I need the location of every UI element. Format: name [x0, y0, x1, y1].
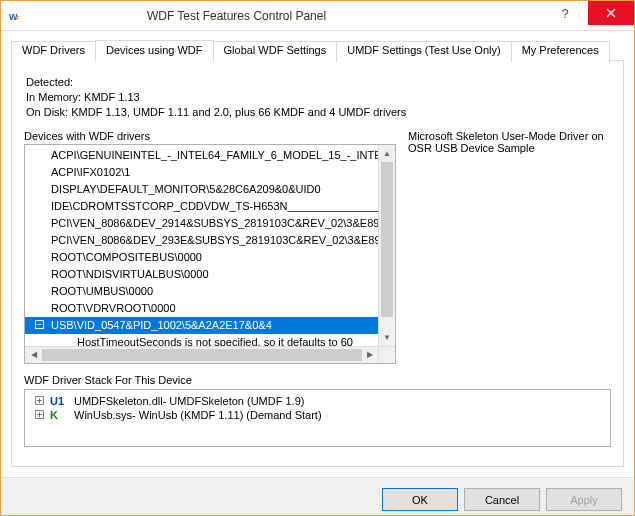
vertical-scrollbar[interactable]: ▲ ▼: [378, 145, 395, 346]
detected-heading: Detected:: [26, 75, 611, 90]
collapse-icon[interactable]: −: [35, 320, 44, 329]
list-item[interactable]: IDE\CDROMTSSTCORP_CDDVDW_TS-H653N_______…: [25, 198, 378, 215]
tab-strip: WDF Drivers Devices using WDF Global WDF…: [11, 39, 624, 61]
expand-icon[interactable]: +: [35, 410, 44, 419]
detected-block: Detected: In Memory: KMDF 1.13 On Disk: …: [26, 75, 611, 120]
wdf-logo-icon: WF: [9, 8, 25, 24]
stack-row[interactable]: + K WinUsb.sys- WinUsb (KMDF 1.11) (Dema…: [31, 408, 604, 422]
tab-umdf-settings[interactable]: UMDF Settings (Test Use Only): [336, 41, 511, 62]
scroll-up-icon[interactable]: ▲: [379, 145, 395, 162]
list-item[interactable]: ROOT\UMBUS\0000: [25, 283, 378, 300]
stack-row[interactable]: + U1 UMDFSkeleton.dll- UMDFSkeleton (UMD…: [31, 394, 604, 408]
list-item[interactable]: ROOT\VDRVROOT\0000: [25, 300, 378, 317]
ok-button[interactable]: OK: [382, 488, 458, 511]
apply-button: Apply: [546, 488, 622, 511]
expand-icon[interactable]: +: [35, 396, 44, 405]
list-item[interactable]: DISPLAY\DEFAULT_MONITOR\5&28C6A209&0&UID…: [25, 181, 378, 198]
scroll-down-icon[interactable]: ▼: [379, 329, 395, 346]
scroll-sizer: [378, 346, 395, 363]
help-button[interactable]: ?: [542, 1, 588, 25]
list-item[interactable]: ACPI\GENUINEINTEL_-_INTEL64_FAMILY_6_MOD…: [25, 147, 378, 164]
cancel-button[interactable]: Cancel: [464, 488, 540, 511]
svg-text:F: F: [16, 15, 20, 21]
list-item[interactable]: PCI\VEN_8086&DEV_2914&SUBSYS_2819103C&RE…: [25, 215, 378, 232]
tab-wdf-drivers[interactable]: WDF Drivers: [11, 41, 96, 62]
scroll-right-icon[interactable]: ▶: [361, 347, 378, 363]
stack-text: UMDFSkeleton.dll- UMDFSkeleton (UMDF 1.9…: [74, 395, 304, 407]
device-description: Microsoft Skeleton User-Mode Driver on O…: [408, 130, 611, 364]
scroll-left-icon[interactable]: ◀: [25, 347, 42, 363]
list-item-selected[interactable]: − USB\VID_0547&PID_1002\5&A2A2E17&0&4: [25, 317, 378, 334]
selected-device-text: USB\VID_0547&PID_1002\5&A2A2E17&0&4: [51, 319, 272, 331]
tab-devices-using-wdf[interactable]: Devices using WDF: [95, 40, 214, 61]
detected-memory: In Memory: KMDF 1.13: [26, 90, 611, 105]
titlebar: WF WDF Test Features Control Panel ?: [1, 1, 634, 31]
list-item-child[interactable]: HostTimeoutSeconds is not specified, so …: [25, 334, 378, 346]
list-item[interactable]: ROOT\NDISVIRTUALBUS\0000: [25, 266, 378, 283]
dialog-footer: OK Cancel Apply: [1, 477, 634, 516]
devices-list-label: Devices with WDF drivers: [24, 130, 396, 142]
list-item[interactable]: PCI\VEN_8086&DEV_293E&SUBSYS_2819103C&RE…: [25, 232, 378, 249]
close-button[interactable]: [588, 1, 634, 25]
scroll-thumb-h[interactable]: [42, 349, 362, 361]
horizontal-scrollbar[interactable]: ◀ ▶: [25, 346, 378, 363]
stack-marker-kmdf: K: [50, 409, 68, 421]
list-item[interactable]: ROOT\COMPOSITEBUS\0000: [25, 249, 378, 266]
driver-stack-listbox[interactable]: + U1 UMDFSkeleton.dll- UMDFSkeleton (UMD…: [24, 389, 611, 447]
list-item[interactable]: ACPI\IFX0102\1: [25, 164, 378, 181]
stack-marker-umdf: U1: [50, 395, 68, 407]
window-title: WDF Test Features Control Panel: [31, 9, 442, 23]
tab-panel: Detected: In Memory: KMDF 1.13 On Disk: …: [11, 61, 624, 467]
devices-listbox[interactable]: ACPI\GENUINEINTEL_-_INTEL64_FAMILY_6_MOD…: [24, 144, 396, 364]
tab-global-wdf-settings[interactable]: Global WDF Settings: [213, 41, 338, 62]
stack-text: WinUsb.sys- WinUsb (KMDF 1.11) (Demand S…: [74, 409, 322, 421]
tab-my-preferences[interactable]: My Preferences: [511, 41, 610, 62]
stack-label: WDF Driver Stack For This Device: [24, 374, 611, 386]
scroll-thumb[interactable]: [381, 162, 393, 317]
detected-disk: On Disk: KMDF 1.13, UMDF 1.11 and 2.0, p…: [26, 105, 611, 120]
content-area: WDF Drivers Devices using WDF Global WDF…: [1, 31, 634, 477]
